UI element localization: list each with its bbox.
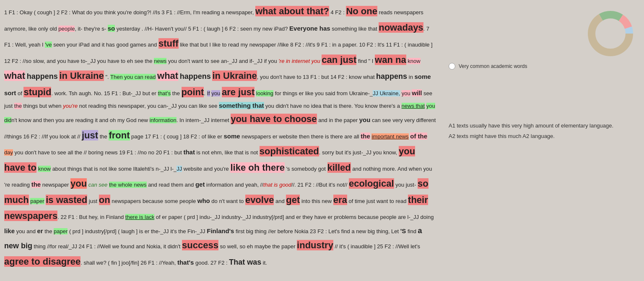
legend-very-common: Very common academic words bbox=[449, 63, 527, 70]
legend-very-common-label: Very common academic words bbox=[459, 63, 527, 69]
sidebar: Very common academic words A1 texts usua… bbox=[440, 0, 644, 281]
a1-description: A1 texts usually have this very high amo… bbox=[449, 122, 613, 129]
text-line-1: 1 F1 : Okay ( cough ] 2 F2 : What do you… bbox=[4, 9, 436, 266]
legend-circle-icon bbox=[449, 63, 455, 70]
transcript-content: 1 F1 : Okay ( cough ] 2 F2 : What do you… bbox=[0, 0, 440, 281]
donut-chart bbox=[585, 8, 636, 59]
a2-description: A2 texts might have this much A2 languag… bbox=[449, 133, 555, 139]
